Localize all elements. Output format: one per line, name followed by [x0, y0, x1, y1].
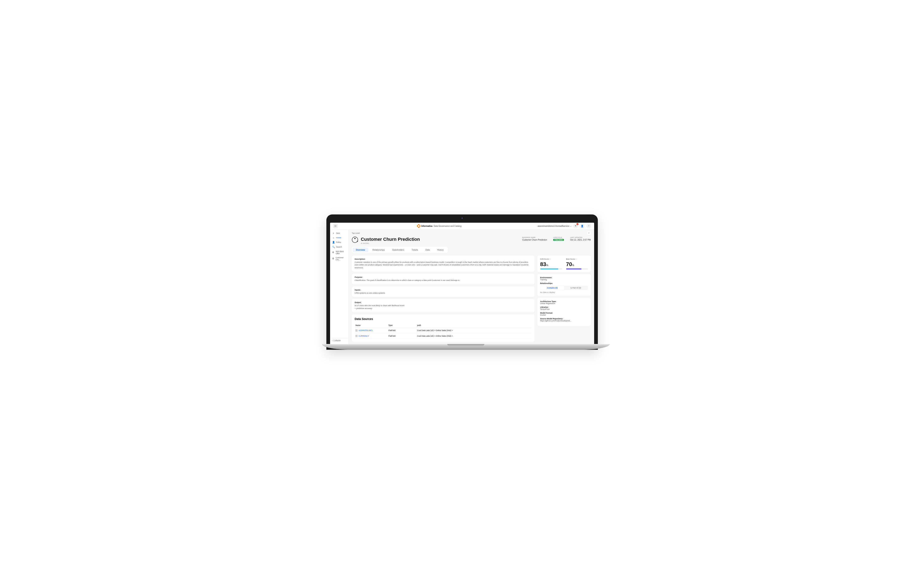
row-name[interactable]: ADDRESSLINE1 — [358, 329, 373, 332]
data-sources-card: Data Sources Name Type path — [352, 314, 534, 342]
description-card: Description: Customer retention is one o… — [352, 256, 534, 272]
tab-tickets[interactable]: Tickets — [408, 248, 421, 252]
policy-icon: 👤 — [332, 241, 335, 244]
info-icon[interactable]: ⓘ — [549, 258, 551, 260]
sidebar-item-new[interactable]: + New — [330, 231, 348, 236]
percent-suffix: % — [546, 264, 548, 267]
page-title: Customer Churn Prediction — [361, 237, 519, 242]
row-type: FlatField — [388, 335, 417, 337]
main-content: Top Level × Customer Churn Prediction AI… — [349, 230, 594, 344]
tab-contains[interactable]: Contains (0) — [541, 286, 564, 290]
profile-button[interactable]: 👤 — [580, 224, 585, 228]
chevron-left-icon: ‹ — [332, 339, 333, 342]
tabs: Overview Relationships Stakeholders Tick… — [352, 247, 448, 253]
plus-icon: + — [332, 232, 335, 234]
notification-badge: 1 — [576, 223, 579, 225]
purpose-text: Classification. The goal of classificati… — [355, 279, 532, 282]
screen: Informatica Data Governance and Catalog … — [330, 223, 594, 344]
laptop-base — [322, 344, 610, 350]
purpose-card: Purpose: Classification. The goal of cla… — [352, 274, 534, 284]
column-header-type: Type — [388, 324, 417, 326]
output-label: Output: — [355, 302, 532, 303]
model-format-value: Docker — [540, 314, 588, 316]
close-button[interactable]: × — [587, 231, 591, 235]
sidebar-item-home[interactable]: ⌂ Home — [330, 236, 348, 240]
table-row[interactable]: ADDRESSLINE1 FlatField Cust Data Lake (s… — [355, 328, 532, 333]
ai-model-icon — [352, 237, 358, 243]
model-format-label: Model Format: — [540, 312, 588, 314]
sidebar-item-next-best-offer[interactable]: ⚙ Next Best Offer — [330, 249, 348, 256]
tab-relationships[interactable]: Relationships — [369, 248, 388, 252]
last-updated-value: Oct 12, 2021, 2:57 PM — [570, 239, 591, 241]
drift-score-label: Drift Score — [540, 258, 549, 260]
drift-score-value: 83 — [540, 261, 546, 267]
home-icon: ⌂ — [332, 237, 335, 239]
sidebar-item-label: Policy — [336, 241, 341, 243]
purpose-label: Purpose: — [355, 276, 532, 278]
relationships-label: Relationships: — [540, 282, 588, 284]
sidebar: + New ⌂ Home 👤 Policy 🔍 Search ⚙ Nex — [330, 230, 349, 344]
inputs-text: CRM systems & core orders systems — [355, 292, 532, 295]
search-icon: 🔍 — [332, 246, 335, 248]
scores-card: Drift Scoreⓘ 83% Bias Scoreⓘ 70% — [537, 256, 591, 272]
table-row[interactable]: CURRENCY FlatField Cust Data Lake (s3) >… — [355, 333, 532, 339]
app-name: Data Governance and Catalog — [434, 225, 462, 227]
row-path: Cust Data Lake (s3) > Online Sales (Hist… — [417, 335, 531, 337]
brand-name: Informatica — [422, 225, 432, 227]
libraries-label: Libraries: — [540, 306, 588, 308]
inputs-label: Inputs: — [355, 289, 532, 291]
sidebar-item-search[interactable]: 🔍 Search — [330, 244, 348, 249]
flag-icon: ⚑ — [574, 225, 577, 227]
tab-data[interactable]: Data — [422, 248, 433, 252]
topbar: Informatica Data Governance and Catalog … — [330, 223, 594, 230]
column-header-path: path — [417, 324, 531, 326]
libraries-value: TensorFlow — [540, 308, 588, 310]
sidebar-item-label: Search — [336, 246, 342, 248]
relationships-card: Environment: Training Relationships: Con… — [537, 274, 591, 296]
chevron-down-icon: ⌄ — [570, 225, 572, 227]
row-type: FlatField — [388, 329, 417, 332]
user-dropdown[interactable]: awsreinventdemo1-fromselfservice ⌄ — [538, 225, 572, 227]
sidebar-item-policy[interactable]: 👤 Policy — [330, 240, 348, 244]
inputs-card: Inputs: CRM systems & core orders system… — [352, 286, 534, 297]
business-name-value: Customer Churn Prediction — [522, 239, 547, 241]
breadcrumb[interactable]: Top Level — [352, 232, 360, 234]
sidebar-item-label: Home — [336, 237, 341, 239]
collapse-button[interactable]: ‹ Collapse — [330, 338, 348, 343]
lifecycle-badge: PUBLISHED — [553, 239, 564, 241]
help-button[interactable]: ? — [586, 224, 591, 228]
description-text: Customer retention is one of the primary… — [355, 261, 532, 269]
architecture-value: Linear Regression — [540, 303, 588, 304]
drag-icon — [356, 335, 357, 337]
percent-suffix: % — [572, 264, 574, 267]
sidebar-item-label: New — [336, 232, 340, 234]
source-repo-value: https://github.com/Featuretools/pred... — [540, 320, 588, 322]
bias-score-label: Bias Score — [566, 258, 575, 260]
column-header-name: Name — [356, 324, 388, 326]
tab-overview[interactable]: Overview — [353, 248, 368, 252]
camera-icon — [461, 218, 463, 219]
data-sources-title: Data Sources — [355, 317, 532, 321]
row-name[interactable]: CURRENCY — [358, 335, 369, 337]
description-label: Description: — [355, 258, 532, 260]
gear-icon: ⚙ — [332, 251, 334, 254]
page-subtitle: AI MODEL — [361, 242, 519, 244]
sidebar-item-customer-churn[interactable]: ⚙ Customer Chu... — [330, 256, 348, 262]
user-icon: 👤 — [581, 225, 584, 227]
lifecycle-label: LIFECYCLE — [553, 237, 564, 238]
tab-history[interactable]: History — [434, 248, 447, 252]
notifications-button[interactable]: ⚑ 1 — [573, 224, 578, 228]
no-data-text: No data to display — [540, 291, 588, 293]
info-icon[interactable]: ⓘ — [575, 258, 577, 260]
business-name-label: BUSINESS NAME — [522, 237, 547, 238]
sidebar-item-label: Next Best Offer — [336, 250, 346, 255]
drag-icon — [356, 330, 357, 332]
tab-part-of[interactable]: Is Part Of (0) — [564, 286, 588, 290]
app-switcher-button[interactable] — [333, 224, 338, 228]
output-card: Output: ist of Users who are most likely… — [352, 299, 534, 312]
sidebar-item-label: Customer Chu... — [336, 256, 346, 261]
environment-value: Training — [540, 279, 547, 280]
tab-stakeholders[interactable]: Stakeholders — [389, 248, 407, 252]
gear-icon: ⚙ — [332, 257, 334, 260]
collapse-label: Collapse — [334, 339, 341, 342]
